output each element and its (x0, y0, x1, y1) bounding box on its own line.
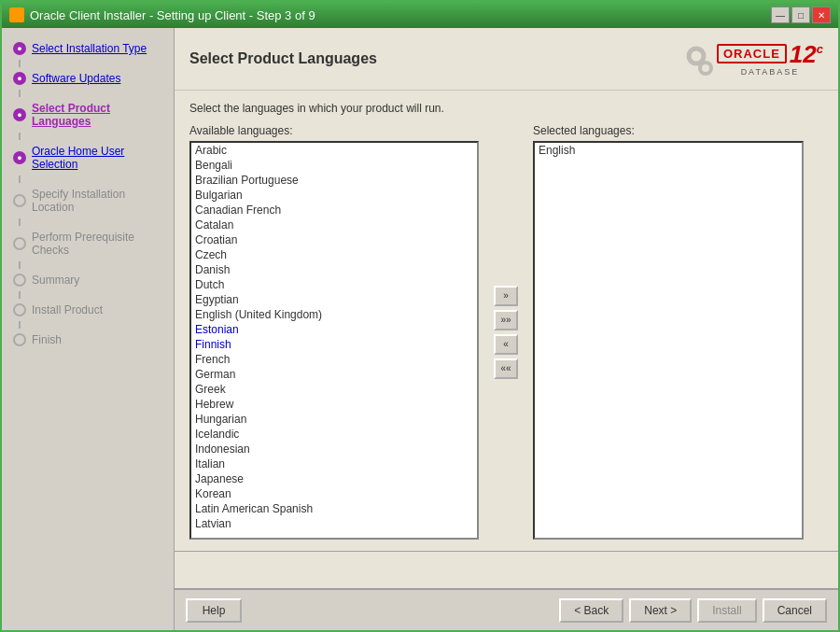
step-icon-specify-location (13, 194, 26, 207)
maximize-button[interactable]: □ (791, 7, 810, 23)
sidebar-item-install-product: Install Product (2, 299, 174, 321)
list-item[interactable]: Catalan (191, 218, 477, 232)
sidebar-label-select-install-type: Select Installation Type (32, 42, 147, 55)
bottom-bar (175, 551, 838, 588)
step-icon-select-install-type: ● (13, 42, 26, 55)
sidebar-label-specify-location: Specify Installation Location (32, 188, 166, 214)
main-content: ●Select Installation Type●Software Updat… (2, 28, 838, 630)
footer: Help < Back Next > Install Cancel (175, 588, 838, 630)
sidebar-label-prerequisite-checks: Perform Prerequisite Checks (32, 231, 166, 257)
list-item[interactable]: Estonian (191, 322, 477, 337)
step-icon-software-updates: ● (13, 72, 26, 85)
oracle-version: 12c (790, 42, 823, 66)
remove-button[interactable]: « (494, 334, 518, 355)
step-icon-oracle-home-user: ● (13, 151, 26, 164)
list-item[interactable]: Egyptian (191, 292, 477, 307)
cancel-button[interactable]: Cancel (763, 598, 827, 623)
page-title: Select Product Languages (189, 50, 377, 67)
list-item[interactable]: Czech (191, 247, 477, 262)
step-icon-install-product (13, 303, 26, 316)
list-item[interactable]: Finnish (191, 337, 477, 352)
next-button[interactable]: Next > (629, 598, 692, 623)
help-button[interactable]: Help (186, 598, 242, 623)
list-item[interactable]: Italian (191, 456, 477, 471)
footer-right: < Back Next > Install Cancel (559, 598, 827, 623)
sidebar-label-software-updates: Software Updates (32, 72, 120, 85)
available-languages-list[interactable]: ArabicBengaliBrazilian PortugueseBulgari… (189, 141, 479, 540)
available-label: Available languages: (189, 124, 479, 137)
list-item[interactable]: Japanese (191, 471, 477, 486)
selected-languages-list[interactable]: English (533, 141, 804, 540)
languages-container: Available languages: ArabicBengaliBrazil… (189, 124, 823, 540)
title-bar: ⚙ Oracle Client Installer - Setting up C… (2, 2, 838, 28)
sidebar-label-install-product: Install Product (32, 303, 103, 316)
sidebar-item-select-product-languages[interactable]: ●Select Product Languages (2, 97, 174, 133)
list-item[interactable]: Brazilian Portuguese (191, 173, 477, 188)
back-button[interactable]: < Back (559, 598, 623, 623)
list-item[interactable]: Dutch (191, 277, 477, 292)
sidebar-item-oracle-home-user[interactable]: ●Oracle Home User Selection (2, 140, 174, 176)
list-item[interactable]: Bulgarian (191, 188, 477, 203)
list-item[interactable]: French (191, 352, 477, 367)
sidebar-item-select-install-type[interactable]: ●Select Installation Type (2, 37, 174, 60)
list-item[interactable]: Indonesian (191, 442, 477, 456)
transfer-buttons: » »» « «« (488, 124, 524, 540)
sidebar-item-summary: Summary (2, 269, 174, 291)
sidebar-item-specify-location: Specify Installation Location (2, 183, 174, 218)
list-item[interactable]: Hebrew (191, 397, 477, 412)
sidebar: ●Select Installation Type●Software Updat… (2, 28, 175, 630)
list-item[interactable]: German (191, 367, 477, 382)
sidebar-label-select-product-languages: Select Product Languages (32, 102, 166, 128)
window-title: Oracle Client Installer - Setting up Cli… (30, 8, 315, 22)
remove-all-button[interactable]: «« (494, 358, 518, 379)
oracle-brand: ORACLE (723, 47, 780, 61)
selected-languages-panel: Selected languages: English (533, 124, 804, 540)
add-all-button[interactable]: »» (494, 310, 518, 330)
sidebar-label-summary: Summary (32, 274, 79, 287)
instruction-text: Select the languages in which your produ… (189, 102, 823, 115)
svg-point-1 (700, 63, 711, 74)
svg-point-0 (689, 49, 704, 63)
sidebar-item-software-updates[interactable]: ●Software Updates (2, 67, 174, 90)
main-window: ⚙ Oracle Client Installer - Setting up C… (0, 0, 840, 632)
list-item[interactable]: Greek (191, 382, 477, 397)
list-item[interactable]: Icelandic (191, 427, 477, 442)
list-item[interactable]: Hungarian (191, 412, 477, 427)
content-panel: Select Product Languages ORACLE (175, 28, 838, 630)
sidebar-item-prerequisite-checks: Perform Prerequisite Checks (2, 226, 174, 261)
window-controls: — □ ✕ (771, 7, 831, 23)
step-icon-prerequisite-checks (13, 237, 26, 250)
step-icon-summary (13, 274, 26, 287)
content-header: Select Product Languages ORACLE (175, 28, 838, 91)
list-item[interactable]: Latvian (191, 516, 477, 531)
list-item[interactable]: Korean (191, 486, 477, 501)
sidebar-label-finish: Finish (32, 333, 62, 346)
minimize-button[interactable]: — (771, 7, 790, 23)
content-body: Select the languages in which your produ… (175, 91, 838, 551)
list-item[interactable]: Danish (191, 262, 477, 277)
available-languages-panel: Available languages: ArabicBengaliBrazil… (189, 124, 479, 540)
oracle-database-label: DATABASE (741, 67, 800, 77)
step-icon-finish (13, 333, 26, 346)
close-button[interactable]: ✕ (812, 7, 831, 23)
step-icon-select-product-languages: ● (13, 108, 26, 121)
list-item[interactable]: Bengali (191, 158, 477, 173)
sidebar-label-oracle-home-user: Oracle Home User Selection (32, 145, 166, 171)
selected-label: Selected languages: (533, 124, 804, 137)
install-button[interactable]: Install (697, 598, 756, 623)
list-item[interactable]: Latin American Spanish (191, 501, 477, 516)
list-item[interactable]: Canadian French (191, 203, 477, 218)
list-item[interactable]: Croatian (191, 232, 477, 247)
sidebar-item-finish: Finish (2, 329, 174, 351)
add-button[interactable]: » (494, 286, 518, 306)
oracle-logo: ORACLE 12c DATABASE (717, 42, 823, 77)
app-icon: ⚙ (9, 7, 24, 22)
oracle-gear-icon (661, 35, 717, 82)
list-item[interactable]: English (United Kingdom) (191, 307, 477, 322)
list-item[interactable]: Arabic (191, 143, 477, 158)
list-item[interactable]: English (535, 143, 802, 158)
footer-left: Help (186, 598, 242, 623)
